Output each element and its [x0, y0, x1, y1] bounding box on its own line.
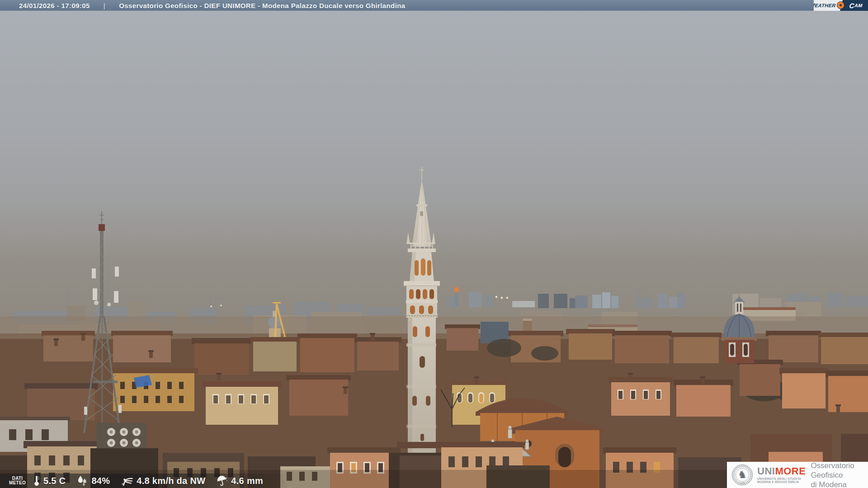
svg-text:1175: 1175 — [740, 482, 745, 484]
webcam-frame: 24/01/2026 - 17:09:05 | Osservatorio Geo… — [0, 0, 868, 488]
unimore-wordmark: UNIMORE UNIVERSITÀ DEGLI STUDI DI MODENA… — [757, 466, 806, 484]
temperature-reading: 5.5 C — [33, 475, 66, 487]
webcam-photo-modena-skyline — [0, 0, 868, 488]
weather-data-label: DATI METEO — [9, 476, 26, 486]
humidity-reading: 84% — [76, 475, 110, 487]
separator: | — [104, 2, 105, 9]
timestamp: 24/01/2026 - 17:09:05 — [19, 2, 90, 9]
unimore-crest-icon: ♞ 1175 — [731, 463, 754, 487]
weathercam-dot-icon — [837, 1, 844, 9]
header-bar: 24/01/2026 - 17:09:05 | Osservatorio Geo… — [0, 0, 868, 11]
rain-reading: 4.6 mm — [216, 475, 263, 487]
thermometer-icon — [33, 475, 40, 487]
wind-reading: 4.8 km/h da NW — [121, 475, 205, 487]
camera-title: Osservatorio Geofisico - DIEF UNIMORE - … — [119, 2, 405, 9]
unimore-subtitle: UNIVERSITÀ DEGLI STUDI DI MODENA E REGGI… — [757, 477, 806, 484]
weather-data-bar: DATI METEO 5.5 C 84% — [0, 474, 289, 488]
svg-text:♞: ♞ — [738, 469, 747, 480]
unimore-logo-box: ♞ 1175 UNIMORE UNIVERSITÀ DEGLI STUDI DI… — [727, 462, 868, 488]
umbrella-icon — [216, 475, 228, 487]
humidity-drops-icon — [76, 475, 88, 487]
weathercam-logo: WEATHER CAM — [814, 0, 868, 11]
wind-icon — [121, 475, 133, 487]
observatory-title: Osservatorio Geofisico di Modena — [811, 461, 868, 488]
